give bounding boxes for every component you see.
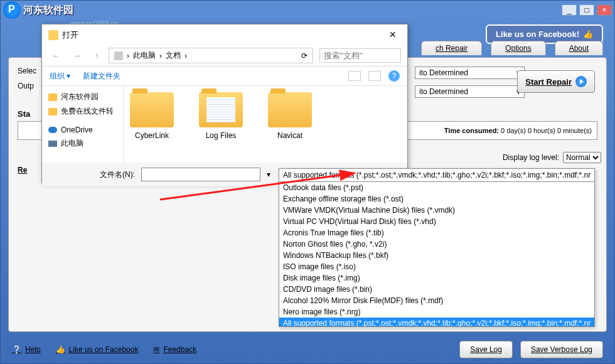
- window-controls: _ □ ×: [562, 4, 612, 16]
- dialog-titlebar: 打开 ×: [42, 24, 407, 45]
- play-icon: [575, 76, 587, 87]
- facebook-label: Like us on Facebook!: [496, 29, 579, 39]
- log-level-select[interactable]: Normal: [563, 152, 601, 163]
- time-consumed: Time consumed: 0 day(s) 0 hour(s) 0 minu…: [444, 127, 592, 134]
- folder-icon: [48, 108, 57, 115]
- folder-cyberlink[interactable]: CyberLink: [130, 92, 174, 156]
- format-item[interactable]: VMWare VMDK(Virtual Machine Disk) files …: [279, 205, 594, 216]
- start-repair-label: Start Repair: [525, 77, 572, 87]
- view-mode-icon[interactable]: [348, 71, 361, 81]
- format-item[interactable]: Alcohol 120% Mirror Disk File(MDF) files…: [279, 295, 594, 306]
- refresh-icon[interactable]: ⟳: [301, 51, 308, 60]
- format-item[interactable]: Exchange offline storage files (*.ost): [279, 193, 594, 205]
- dialog-sidebar: 河东软件园 免费在线文件转 OneDrive 此电脑: [42, 86, 124, 163]
- dialog-close-button[interactable]: ×: [384, 28, 401, 41]
- start-repair-button[interactable]: Start Repair: [517, 70, 595, 93]
- format-item[interactable]: Virtual PC VHD(Virtual Hard Disk) files …: [279, 216, 594, 227]
- close-button[interactable]: ×: [597, 4, 612, 16]
- format-item[interactable]: Norton Ghost files (*.gho, *.v2i): [279, 238, 594, 250]
- nav-forward-icon[interactable]: →: [70, 50, 85, 62]
- breadcrumb-docs[interactable]: 文档: [166, 50, 181, 61]
- tab-bar: ch Repair Options About: [421, 41, 603, 55]
- breadcrumb[interactable]: › 此电脑 › 文档 › ⟳: [109, 48, 313, 63]
- footer: ❔Help 👍Like us on Facebook ✉Feedback Sav…: [12, 341, 603, 358]
- thumbs-up-icon: 👍: [56, 345, 65, 354]
- nav-back-icon[interactable]: ←: [48, 50, 63, 62]
- pc-icon: [48, 141, 57, 147]
- dialog-body: 河东软件园 免费在线文件转 OneDrive 此电脑 CyberLink Log…: [42, 86, 407, 163]
- dialog-icon: [48, 30, 58, 40]
- organize-menu[interactable]: 组织 ▾: [50, 71, 70, 82]
- pc-icon: [114, 51, 123, 60]
- folder-icon: [268, 92, 312, 127]
- minimize-button[interactable]: _: [562, 4, 577, 16]
- format-item[interactable]: Acronis True Image files (*.tib): [279, 227, 594, 238]
- format-selected[interactable]: All supported formats (*.pst;*.ost;*.vmd…: [279, 169, 594, 182]
- format-item[interactable]: Windows NTBackup files (*.bkf): [279, 250, 594, 261]
- format-dropdown-1[interactable]: ito Determined▾: [415, 67, 525, 79]
- sidebar-item-2[interactable]: 免费在线文件转: [46, 104, 119, 119]
- dialog-nav: ← → ↑ › 此电脑 › 文档 › ⟳: [42, 45, 407, 67]
- tab-repair[interactable]: ch Repair: [421, 41, 482, 55]
- format-list: Outlook data files (*.pst)Exchange offli…: [279, 182, 594, 326]
- format-item[interactable]: ISO image files (*.iso): [279, 261, 594, 272]
- tab-options[interactable]: Options: [491, 41, 545, 55]
- file-area: CyberLink Log Files Navicat: [124, 86, 407, 163]
- folder-icon: [48, 94, 57, 101]
- dialog-title: 打开: [62, 29, 78, 41]
- filename-dropdown-icon[interactable]: ▾: [267, 170, 270, 179]
- feedback-link[interactable]: ✉Feedback: [153, 345, 196, 354]
- save-verbose-log-button[interactable]: Save Verbose Log: [520, 341, 603, 358]
- format-item[interactable]: CD/DVD image files (*.bin): [279, 284, 594, 295]
- breadcrumb-pc[interactable]: 此电脑: [133, 50, 156, 61]
- details-pane-icon[interactable]: [368, 71, 381, 81]
- folder-icon: [130, 92, 174, 127]
- search-input[interactable]: [319, 48, 401, 63]
- help-icon[interactable]: ?: [388, 70, 400, 82]
- app-title: 河东软件园: [23, 4, 562, 17]
- cloud-icon: [48, 127, 57, 133]
- tab-about[interactable]: About: [555, 41, 603, 55]
- footer-facebook-link[interactable]: 👍Like us on Facebook: [56, 345, 139, 354]
- filename-label: 文件名(N):: [100, 169, 135, 180]
- folder-logfiles[interactable]: Log Files: [199, 92, 243, 156]
- folder-icon: [199, 92, 243, 127]
- nav-up-icon[interactable]: ↑: [91, 50, 102, 62]
- dialog-toolbar: 组织 ▾ 新建文件夹 ?: [42, 67, 407, 86]
- format-item[interactable]: Outlook data files (*.pst): [279, 182, 594, 193]
- format-item[interactable]: Nero image files (*.nrg): [279, 306, 594, 318]
- sidebar-item-1[interactable]: 河东软件园: [46, 90, 119, 104]
- thumbs-up-icon: 👍: [583, 29, 593, 39]
- format-item[interactable]: Disk image files (*.img): [279, 272, 594, 284]
- folder-navicat[interactable]: Navicat: [268, 92, 312, 156]
- save-log-button[interactable]: Save Log: [459, 341, 513, 358]
- log-level-row: Display log level: Normal: [503, 152, 601, 163]
- sidebar-thispc[interactable]: 此电脑: [46, 136, 119, 151]
- format-item[interactable]: All supported formats (*.pst;*.ost;*.vmd…: [279, 318, 594, 326]
- app-logo-icon: [3, 1, 21, 19]
- results-label: Re: [18, 166, 27, 174]
- file-open-dialog: 打开 × ← → ↑ › 此电脑 › 文档 › ⟳ 组织 ▾ 新建文件夹 ? 河…: [41, 24, 408, 183]
- log-level-label: Display log level:: [503, 153, 559, 162]
- file-format-filter: All supported formats (*.pst;*.ost;*.vmd…: [279, 168, 595, 327]
- title-bar: 河东软件园 _ □ ×: [1, 1, 614, 19]
- maximize-button[interactable]: □: [579, 4, 594, 16]
- format-dropdown-2[interactable]: ito Determined▾: [415, 85, 525, 98]
- sidebar-onedrive[interactable]: OneDrive: [46, 124, 119, 136]
- help-icon: ❔: [12, 345, 21, 354]
- new-folder-button[interactable]: 新建文件夹: [83, 71, 120, 82]
- filename-input[interactable]: [141, 168, 260, 181]
- mail-icon: ✉: [153, 345, 159, 354]
- help-link[interactable]: ❔Help: [12, 345, 41, 354]
